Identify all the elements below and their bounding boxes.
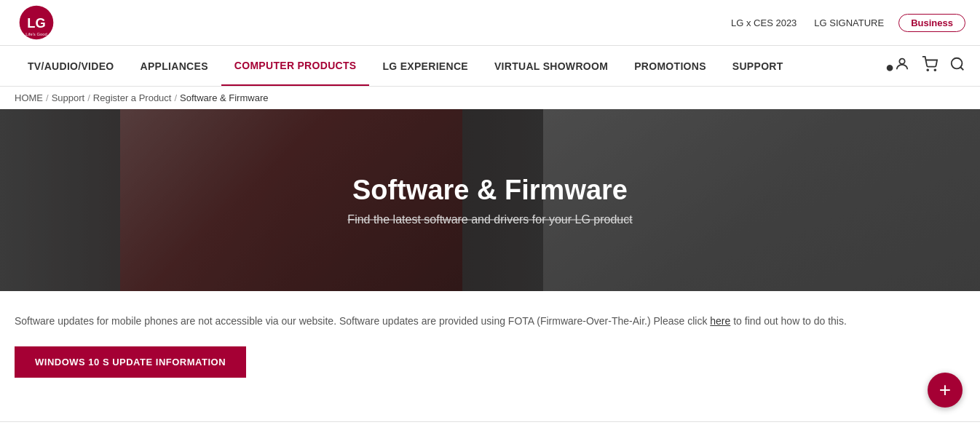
svg-text:Life's Good: Life's Good [25, 32, 47, 36]
notice-text: Software updates for mobile phones are n… [15, 313, 965, 329]
business-button[interactable]: Business [898, 14, 965, 32]
hero-section: Software & Firmware Find the latest soft… [0, 109, 980, 291]
cart-icon[interactable] [922, 56, 938, 76]
svg-point-4 [927, 69, 928, 71]
svg-text:LG: LG [27, 15, 45, 31]
main-nav: TV/AUDIO/VIDEO APPLIANCES COMPUTER PRODU… [0, 46, 980, 87]
user-icon[interactable]: ● [885, 56, 910, 76]
nav-item-appliances[interactable]: APPLIANCES [127, 46, 221, 86]
breadcrumb-register[interactable]: Register a Product [93, 92, 172, 103]
breadcrumb-support[interactable]: Support [52, 92, 85, 103]
logo-area: LG Life's Good [15, 4, 64, 41]
nav-icons: ● [885, 56, 965, 76]
nav-item-promotions[interactable]: PROMOTIONS [621, 46, 719, 86]
svg-point-6 [952, 58, 963, 69]
breadcrumb-sep-2: / [87, 92, 90, 103]
breadcrumb-sep-1: / [46, 92, 49, 103]
nav-item-showroom[interactable]: VIRTUAL SHOWROOM [481, 46, 621, 86]
nav-item-computer[interactable]: COMPUTER PRODUCTS [221, 46, 370, 86]
svg-line-7 [960, 67, 963, 70]
breadcrumb-current: Software & Firmware [180, 92, 268, 103]
hero-title: Software & Firmware [347, 175, 632, 206]
lg-logo[interactable]: LG Life's Good [15, 4, 58, 41]
fab-button[interactable]: + [928, 373, 963, 408]
nav-item-support[interactable]: SUPPORT [719, 46, 797, 86]
search-icon[interactable] [949, 56, 965, 76]
main-content: Software updates for mobile phones are n… [0, 291, 980, 392]
nav-item-tv[interactable]: TV/AUDIO/VIDEO [15, 46, 127, 86]
hero-content: Software & Firmware Find the latest soft… [347, 175, 632, 226]
nav-item-experience[interactable]: LG EXPERIENCE [369, 46, 481, 86]
here-link[interactable]: here [710, 315, 730, 327]
bottom-divider [0, 421, 980, 422]
svg-point-5 [934, 69, 936, 71]
hero-subtitle: Find the latest software and drivers for… [347, 213, 632, 226]
notice-text-start: Software updates for mobile phones are n… [15, 315, 710, 327]
ces-link[interactable]: LG x CES 2023 [731, 17, 797, 28]
svg-point-3 [899, 59, 904, 64]
breadcrumb-sep-3: / [174, 92, 177, 103]
utility-links: LG x CES 2023 LG SIGNATURE [731, 17, 884, 28]
breadcrumb: HOME / Support / Register a Product / So… [0, 87, 980, 109]
windows-update-button[interactable]: WINDOWS 10 S UPDATE INFORMATION [15, 346, 246, 378]
breadcrumb-home[interactable]: HOME [15, 92, 43, 103]
signature-link[interactable]: LG SIGNATURE [814, 17, 884, 28]
utility-bar: LG Life's Good LG x CES 2023 LG SIGNATUR… [0, 0, 980, 46]
notice-text-end: to find out how to do this. [730, 315, 847, 327]
nav-items: TV/AUDIO/VIDEO APPLIANCES COMPUTER PRODU… [15, 46, 885, 86]
